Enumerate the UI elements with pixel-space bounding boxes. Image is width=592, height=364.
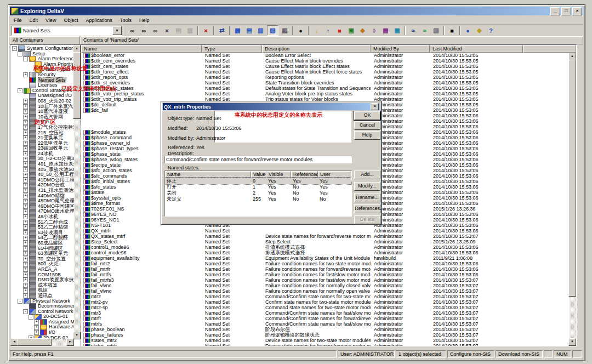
expand-icon[interactable]: + <box>23 209 28 214</box>
table-row[interactable]: states_mtrfrNamed SetDevice state names … <box>81 343 576 346</box>
modify-button[interactable]: Modify... <box>354 182 380 191</box>
expand-icon[interactable]: + <box>23 288 28 293</box>
user-button[interactable]: ● <box>295 26 306 35</box>
list-scroll-up-icon[interactable]: ▲ <box>568 53 576 60</box>
table-row[interactable]: QX_mtrfrNamed SetAdministrator2014/10/30… <box>81 228 576 234</box>
collapse-icon[interactable]: - <box>23 56 28 61</box>
history-button[interactable]: ▧ <box>431 26 441 35</box>
menu-edit[interactable]: Edit <box>26 17 42 24</box>
rename-button[interactable]: Rename... <box>354 194 380 202</box>
object-type-combobox[interactable]: Named Sets ▼ <box>12 26 122 36</box>
help-button[interactable]: ● <box>463 26 473 35</box>
expand-icon[interactable]: + <box>23 162 28 167</box>
expand-icon[interactable]: + <box>23 214 28 219</box>
table-row[interactable]: states_mtr2Named SetDevice state names f… <box>81 338 576 343</box>
expand-icon[interactable]: + <box>23 104 28 109</box>
add-button[interactable]: Add... <box>354 170 380 179</box>
menu-object[interactable]: Object <box>60 17 82 24</box>
table-row[interactable]: fail_mtrfs3Named SetFailure condition na… <box>81 277 576 283</box>
export-button[interactable]: ◆ <box>357 26 368 35</box>
expand-icon[interactable]: + <box>23 109 28 114</box>
swap-button[interactable]: ⇄ <box>217 26 227 35</box>
named-state-row[interactable]: 打开1YesNoYes <box>165 184 351 190</box>
table-row[interactable]: mtr2Named SetCommand/Confirm state names… <box>81 294 576 299</box>
table-row[interactable]: phase_booleanNamed Set阶段布尔值Administrator… <box>81 327 576 332</box>
menu-file[interactable]: File <box>10 17 26 24</box>
table-row[interactable]: equipment_availabilityNamed SetEquipment… <box>81 255 576 261</box>
table-row[interactable]: mtr2-spNamed SetCommand state names for … <box>81 305 576 310</box>
preview-button[interactable]: ▨ <box>280 26 290 35</box>
expand-icon[interactable]: + <box>23 194 28 198</box>
chevron-down-icon[interactable]: ▼ <box>112 26 122 35</box>
table-row[interactable]: $ctlr_cem_overridesNamed SetCause Effect… <box>81 58 576 64</box>
close-button[interactable]: × <box>572 7 582 15</box>
menu-view[interactable]: View <box>42 17 60 24</box>
expand-icon[interactable]: + <box>23 178 28 183</box>
expand-icon[interactable]: + <box>23 241 28 246</box>
chart-2-button[interactable]: ≈ <box>419 26 430 35</box>
collapse-icon[interactable]: - <box>18 88 22 93</box>
named-state-row[interactable]: 未定义255YesNoNo <box>165 196 351 202</box>
picture-button[interactable]: ▣ <box>346 26 356 35</box>
table-row[interactable]: mtrfrNamed SetCommand/Confirm state name… <box>81 316 576 321</box>
expand-icon[interactable]: + <box>23 157 28 162</box>
table-row[interactable]: phase_failuresNamed Set阶段逻辑模块的故障状态Admini… <box>81 332 576 338</box>
state-column-referenced[interactable]: Referenced <box>291 171 318 178</box>
expand-icon[interactable]: + <box>23 225 28 230</box>
view-list-button[interactable]: ▥ <box>255 26 266 35</box>
state-column-name[interactable]: Name <box>165 171 251 178</box>
delete-button[interactable]: × <box>201 26 211 35</box>
view-small-icons-button[interactable]: ▤ <box>244 26 254 35</box>
table-row[interactable]: $ctlr_report_optsNamed SetReporting opti… <box>81 75 576 80</box>
state-column-user-selectable[interactable]: User Selectable <box>318 171 350 178</box>
books-button[interactable]: ◆ <box>474 26 485 35</box>
expand-icon[interactable]: + <box>23 72 28 77</box>
state-column-value[interactable]: Value <box>251 171 266 178</box>
expand-icon[interactable]: + <box>23 120 28 125</box>
named-states-table[interactable]: NameValueVisibleReferencedUser Selectabl… <box>164 170 352 217</box>
expand-icon[interactable]: + <box>34 325 39 330</box>
menu-applications[interactable]: Applications <box>82 17 116 24</box>
column-header-description[interactable]: Description <box>262 45 371 53</box>
upload-button[interactable]: ↑ <box>323 26 333 35</box>
expand-icon[interactable]: + <box>23 272 28 277</box>
table-row[interactable]: $boolean_errorNamed SetBoolean Error Sel… <box>81 53 576 58</box>
expand-icon[interactable]: + <box>23 130 28 135</box>
table-row[interactable]: $ctlr_st_seq_statesNamed SetDefault stat… <box>81 86 576 91</box>
expand-icon[interactable]: + <box>23 135 28 140</box>
expand-icon[interactable]: + <box>23 173 28 178</box>
table-row[interactable]: fail_mtr2Named SetFailure condition name… <box>81 261 576 266</box>
expand-icon[interactable]: + <box>23 146 28 151</box>
expand-icon[interactable]: + <box>23 251 28 256</box>
tree-scroll-left-icon[interactable]: ◄ <box>10 338 18 346</box>
collapse-icon[interactable]: - <box>18 299 22 304</box>
context-help-button[interactable]: ? <box>486 26 496 35</box>
assign-button[interactable]: ■ <box>334 26 345 35</box>
collapse-icon[interactable]: - <box>29 315 33 320</box>
list-scrollbar-thumb[interactable] <box>568 60 576 297</box>
find-button[interactable]: ∞ <box>127 26 138 35</box>
tree-scroll-right-icon[interactable]: ► <box>66 338 74 346</box>
table-row[interactable]: control1_mode96Named Set排渣系统模式选择Administ… <box>81 244 576 250</box>
expand-icon[interactable]: + <box>23 167 28 172</box>
column-header-name[interactable]: Name <box>81 45 202 53</box>
ok-button[interactable]: OK <box>354 111 380 120</box>
find-next-button[interactable]: ∞ <box>150 26 161 35</box>
expand-icon[interactable]: + <box>23 236 28 241</box>
help-button-dialog[interactable]: Help <box>354 131 380 140</box>
collapse-icon[interactable]: - <box>23 309 28 314</box>
tree-scroll-down-icon[interactable]: ▼ <box>73 332 81 339</box>
view-details-button[interactable]: ▧ <box>267 25 278 36</box>
copy-button[interactable]: ▤ <box>173 26 184 35</box>
list-scroll-down-icon[interactable]: ▼ <box>568 338 576 346</box>
column-header-type[interactable]: Type <box>202 45 262 53</box>
delete-button[interactable]: Delete <box>354 215 380 224</box>
tree-hscrollbar-thumb[interactable] <box>18 338 52 346</box>
expand-icon[interactable]: + <box>23 188 28 193</box>
view-large-icons-button[interactable]: ▦ <box>232 26 243 35</box>
table-row[interactable]: fail_vlvnoNamed SetFailure condition nam… <box>81 288 576 294</box>
table-row[interactable]: $ctlr_votr_pretrip_statusNamed SetAnalog… <box>81 91 576 96</box>
named-state-row[interactable]: 停止0YesYesYes <box>165 178 351 184</box>
cut-button[interactable]: × <box>162 26 172 35</box>
table-row[interactable]: fail_mtrfsNamed SetFailure condition nam… <box>81 272 576 277</box>
